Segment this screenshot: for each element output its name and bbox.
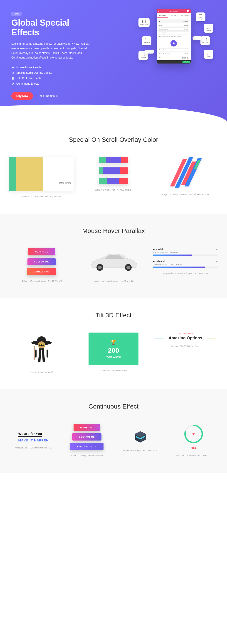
svg-point-3 (126, 266, 130, 269)
follow-button[interactable]: FOLLOW ME (28, 258, 56, 266)
feature-list: ▶Mouse Move Parallax ◎Special Scroll Ove… (11, 65, 98, 86)
float-card: Block Quote (138, 18, 150, 27)
svg-rect-12 (34, 346, 35, 360)
tab-content[interactable]: ✎ Content (157, 13, 168, 18)
pie-chart: ♥ (183, 424, 204, 444)
overlay-color-section: Special On Scroll Overlay Color of the l… (0, 122, 227, 214)
car-image (84, 248, 143, 276)
hero-title: Global Special Effects (11, 18, 98, 38)
caption: Button :- Move scroll speed : X = 80, Y … (22, 280, 62, 282)
play-button[interactable] (170, 40, 177, 46)
panel-row: Select HeadingDefault (158, 28, 189, 30)
heading-demo: We are for You MAKE IT HAPPEN (18, 432, 49, 442)
heading-icon (207, 26, 210, 29)
table-icon (207, 52, 210, 55)
svg-point-2 (98, 266, 102, 269)
section-title: Tilt 3D Effect (9, 312, 218, 319)
svg-rect-10 (35, 350, 37, 358)
check-demos-link[interactable]: Check Demos☞ (38, 94, 58, 98)
panel-row: Heading Title (158, 31, 189, 34)
wave-divider (0, 104, 227, 122)
section-title: Continuous Effect (9, 403, 218, 410)
creative-image (28, 332, 55, 366)
notify-button[interactable]: NOTIFY ME (28, 248, 55, 256)
float-card: Heading (204, 24, 213, 33)
clock-icon: ◐ (153, 260, 155, 262)
hero-description: Looking for some amazing effects for eac… (11, 42, 93, 60)
widget-icon (199, 14, 202, 18)
caption: Progressbar :- Move scroll speed : X = 5… (163, 272, 208, 274)
caption: Image :- Move scroll speed : X = 28, Y =… (94, 280, 133, 282)
caption: Heading Title 3D Tilt Variations (171, 345, 199, 347)
svg-point-8 (40, 344, 41, 346)
cube-image (132, 429, 148, 445)
purchase-button[interactable]: PURCHASE NOW (70, 443, 104, 450)
feature-item: ✿Continuous Effects (11, 81, 98, 86)
panel-row: Extra Title (158, 48, 189, 52)
panel-header: ≡Edit WidgetsE (157, 9, 191, 13)
panel-row: Extra Title PositionPrefix (158, 52, 189, 55)
float-card: Draw Svg (142, 36, 151, 45)
feature-item: ◎Special Scroll Overlay Effects (11, 70, 98, 76)
mouse-hover-parallax-section: Mouse Hover Parallax NOTIFY ME FOLLOW ME… (0, 214, 227, 298)
contact-button[interactable]: CONTACT ME (27, 268, 56, 276)
block-quote-icon (142, 20, 145, 23)
heading-tilt-demo: The Plus Addons Amazing Options (164, 332, 207, 340)
tab-style[interactable]: ◉ Style (168, 13, 179, 18)
caption: Number Counter Hover + Tilt (100, 370, 126, 372)
svg-rect-11 (47, 350, 48, 358)
panel-tabs: ✎ Content ◉ Style ⚙ Advanced (157, 13, 191, 18)
feature-item: ▣Tilt 3D Hover Effects (11, 76, 98, 81)
counter-card: 🏆 200 Award Winning (89, 332, 138, 365)
float-card (192, 36, 202, 40)
float-card: Widget (196, 12, 205, 21)
float-card: Table (204, 50, 213, 59)
panel-footer: UPDATE (157, 60, 191, 64)
cursor-icon: ▶ (11, 66, 14, 69)
hero-section: PRO Global Special Effects Looking for s… (0, 0, 227, 122)
gear-icon: ✿ (11, 82, 14, 85)
panel-row: Alignment▦ ▦ ▦ ▦ (158, 56, 189, 60)
pie-chart-icon (204, 38, 207, 41)
continuous-effect-section: Continuous Effect We are for You MAKE IT… (0, 389, 227, 473)
svg-point-9 (42, 344, 44, 346)
draw-svg-icon (145, 38, 148, 41)
tab-advanced[interactable]: ⚙ Advanced (179, 13, 191, 18)
hand-icon: ☞ (56, 94, 59, 98)
hero-panel-illustration: Block Quote Draw Svg Timeline Widget Hea… (132, 7, 216, 68)
trophy-icon: 🏆 (95, 339, 132, 345)
infobox-demo: of the lorem (9, 157, 74, 191)
caption: Infobox :- Overlay color : #f7d782, #6fc… (22, 196, 61, 198)
progress-group: ◐Special60% Amazing features for Element… (153, 248, 218, 268)
panel-row: StyleAdvance (158, 24, 189, 27)
caption: Heading Title :- Pulse Duration time : 2… (15, 447, 52, 449)
update-button[interactable]: UPDATE (182, 61, 190, 63)
notify-button[interactable]: NOTIFY ME (74, 424, 100, 431)
timeline-icon (142, 53, 145, 56)
target-icon: ◎ (11, 72, 14, 74)
section-title: Special On Scroll Overlay Color (9, 136, 218, 143)
heart-icon: ♥ (192, 432, 195, 436)
caption: Image Cascading :- Overlay color : #ff5a… (162, 193, 209, 196)
panel-accordion[interactable]: ▾ Content (158, 20, 189, 23)
elementor-panel: ≡Edit WidgetsE ✎ Content ◉ Style ⚙ Advan… (157, 9, 191, 64)
pro-badge: PRO (11, 12, 22, 16)
caption: Image :- Rotating Duration time : 43.9 (123, 449, 157, 452)
caption: Pie Chart :- Tossing Duration time : 1.4 (176, 454, 211, 457)
section-title: Mouse Hover Parallax (9, 227, 218, 234)
panel-row: Biggest Collection of Section Features (158, 35, 189, 38)
caption: Button :- Overlay color : #f40800, #6fc7… (95, 189, 133, 191)
caption: Button :- Floating Duration time : 0.8 (70, 454, 103, 457)
feature-item: ▶Mouse Move Parallax (11, 65, 98, 70)
tilt-3d-section: Tilt 3D Effect Creative Image Simple Til… (0, 298, 227, 389)
buy-now-button[interactable]: Buy Now (11, 92, 33, 100)
clock-icon: ◐ (153, 248, 155, 250)
caption: Creative Image Simple Tilt (30, 371, 54, 374)
float-card (145, 50, 154, 54)
contact-button[interactable]: CONTACT ME (72, 433, 101, 440)
button-overlay-demo (99, 157, 128, 184)
image-cascading-demo (163, 157, 208, 189)
cube-icon: ▣ (11, 77, 14, 80)
